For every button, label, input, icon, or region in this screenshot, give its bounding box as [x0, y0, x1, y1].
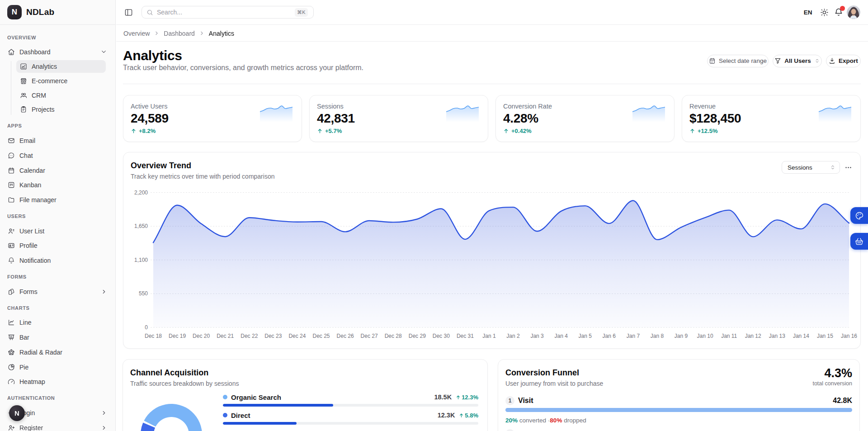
svg-text:Dec 26: Dec 26: [337, 333, 354, 339]
svg-text:Dec 22: Dec 22: [241, 333, 258, 339]
svg-text:550: 550: [139, 290, 148, 297]
svg-text:Jan 9: Jan 9: [675, 333, 688, 339]
svg-text:Jan 14: Jan 14: [793, 333, 809, 339]
svg-text:Dec 19: Dec 19: [169, 333, 186, 339]
svg-text:Jan 6: Jan 6: [603, 333, 616, 339]
svg-text:1,650: 1,650: [134, 223, 148, 229]
svg-text:Dec 27: Dec 27: [361, 333, 378, 339]
svg-text:1,100: 1,100: [134, 257, 148, 263]
svg-text:Dec 28: Dec 28: [385, 333, 402, 339]
svg-text:Dec 29: Dec 29: [409, 333, 426, 339]
svg-text:0: 0: [145, 324, 148, 331]
svg-text:2,200: 2,200: [134, 189, 148, 196]
svg-text:Dec 31: Dec 31: [457, 333, 474, 339]
svg-text:Dec 23: Dec 23: [264, 333, 282, 339]
svg-text:Dec 30: Dec 30: [433, 333, 450, 339]
svg-text:Dec 20: Dec 20: [193, 333, 210, 339]
svg-text:Jan 11: Jan 11: [721, 333, 737, 339]
svg-text:Jan 7: Jan 7: [627, 333, 640, 339]
svg-text:Jan 12: Jan 12: [745, 333, 761, 339]
svg-text:Jan 2: Jan 2: [506, 333, 520, 339]
svg-text:Jan 1: Jan 1: [482, 333, 496, 339]
svg-text:Jan 16: Jan 16: [841, 333, 857, 339]
svg-text:Jan 8: Jan 8: [651, 333, 664, 339]
svg-text:Dec 18: Dec 18: [145, 333, 162, 339]
svg-text:Jan 15: Jan 15: [817, 333, 833, 339]
svg-text:Jan 5: Jan 5: [579, 333, 592, 339]
svg-text:Jan 13: Jan 13: [769, 333, 785, 339]
svg-text:Dec 25: Dec 25: [312, 333, 330, 339]
svg-text:Jan 10: Jan 10: [697, 333, 713, 339]
svg-text:Dec 21: Dec 21: [217, 333, 234, 339]
svg-text:Jan 4: Jan 4: [555, 333, 568, 339]
svg-text:Dec 24: Dec 24: [288, 333, 306, 339]
svg-text:Jan 3: Jan 3: [530, 333, 544, 339]
